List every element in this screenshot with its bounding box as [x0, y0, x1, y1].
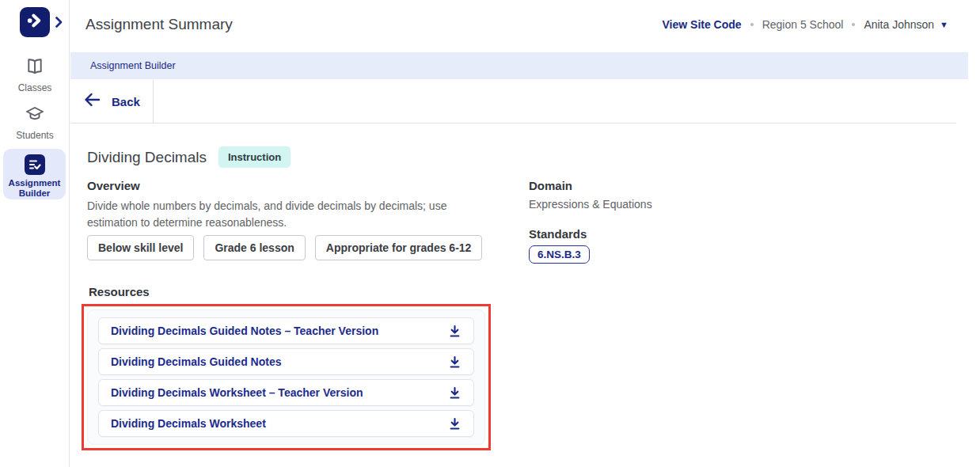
- download-icon: [448, 355, 462, 369]
- standard-chip[interactable]: 6.NS.B.3: [529, 245, 590, 264]
- download-button[interactable]: [448, 386, 462, 400]
- resources-heading: Resources: [89, 285, 150, 298]
- page-title: Assignment Summary: [85, 16, 233, 33]
- user-menu[interactable]: Anita Johnson ▼: [864, 18, 948, 31]
- lesson-title: Dividing Decimals: [87, 149, 207, 166]
- sidebar-item-assignment-builder[interactable]: Assignment Builder: [3, 149, 66, 199]
- download-button[interactable]: [448, 325, 462, 338]
- download-icon: [448, 417, 462, 431]
- domain-heading: Domain: [529, 179, 572, 192]
- domain-value: Expressions & Equations: [529, 198, 652, 211]
- header-meta: View Site Code Region 5 School Anita Joh…: [663, 18, 948, 31]
- divider: [153, 80, 154, 123]
- sidebar-item-label: Classes: [0, 82, 70, 93]
- tag-appropriate-grades: Appropriate for grades 6-12: [315, 235, 483, 260]
- sidebar: Classes Students Assignment Builder: [0, 0, 70, 467]
- sidebar-item-label: Assignment Builder: [3, 178, 66, 199]
- separator-dot: [852, 23, 855, 26]
- user-name: Anita Johnson: [864, 18, 934, 31]
- resource-title: Dividing Decimals Guided Notes – Teacher…: [111, 325, 378, 337]
- download-button[interactable]: [448, 417, 462, 431]
- instruction-badge: Instruction: [218, 146, 291, 168]
- book-icon: [0, 57, 70, 79]
- school-name: Region 5 School: [762, 18, 844, 31]
- sidebar-item-classes[interactable]: Classes: [0, 57, 70, 93]
- breadcrumb[interactable]: Assignment Builder: [90, 60, 176, 71]
- resource-title: Dividing Decimals Worksheet: [111, 417, 266, 430]
- resource-row[interactable]: Dividing Decimals Guided Notes: [98, 348, 474, 375]
- lesson-title-row: Dividing Decimals Instruction: [87, 146, 291, 168]
- graduation-cap-icon: [0, 104, 70, 127]
- resource-title: Dividing Decimals Guided Notes: [111, 355, 282, 368]
- resources-panel: Dividing Decimals Guided Notes – Teacher…: [87, 309, 485, 445]
- resource-row[interactable]: Dividing Decimals Worksheet: [98, 410, 474, 437]
- sidebar-item-label: Students: [0, 130, 70, 141]
- download-icon: [448, 386, 462, 400]
- standards-heading: Standards: [529, 227, 587, 241]
- resource-row[interactable]: Dividing Decimals Worksheet – Teacher Ve…: [98, 379, 474, 406]
- back-bar: Back: [70, 79, 980, 123]
- tag-below-skill-level: Below skill level: [87, 235, 194, 260]
- view-site-code-link[interactable]: View Site Code: [663, 18, 742, 31]
- overview-text: Divide whole numbers by decimals, and di…: [87, 198, 491, 231]
- resource-title: Dividing Decimals Worksheet – Teacher Ve…: [111, 386, 363, 399]
- tag-grade-6-lesson: Grade 6 lesson: [203, 235, 305, 260]
- annotation-highlight-box: Dividing Decimals Guided Notes – Teacher…: [82, 304, 491, 450]
- back-label: Back: [112, 95, 140, 108]
- sidebar-item-students[interactable]: Students: [0, 104, 70, 141]
- arrow-left-icon: [84, 93, 101, 110]
- divider: [70, 123, 956, 123]
- breadcrumb-bar: Assignment Builder: [70, 52, 968, 79]
- assignment-builder-icon: [25, 154, 45, 175]
- arrow-logo-icon: [23, 9, 47, 36]
- sidebar-expand-icon[interactable]: [55, 17, 63, 31]
- resource-row[interactable]: Dividing Decimals Guided Notes – Teacher…: [98, 317, 474, 344]
- separator-dot: [750, 23, 754, 26]
- lesson-tags: Below skill level Grade 6 lesson Appropr…: [87, 235, 482, 260]
- app-logo[interactable]: [20, 7, 50, 37]
- back-button[interactable]: Back: [84, 79, 140, 123]
- chevron-down-icon: ▼: [940, 21, 948, 29]
- download-button[interactable]: [448, 355, 462, 369]
- download-icon: [448, 325, 462, 338]
- overview-heading: Overview: [87, 179, 140, 192]
